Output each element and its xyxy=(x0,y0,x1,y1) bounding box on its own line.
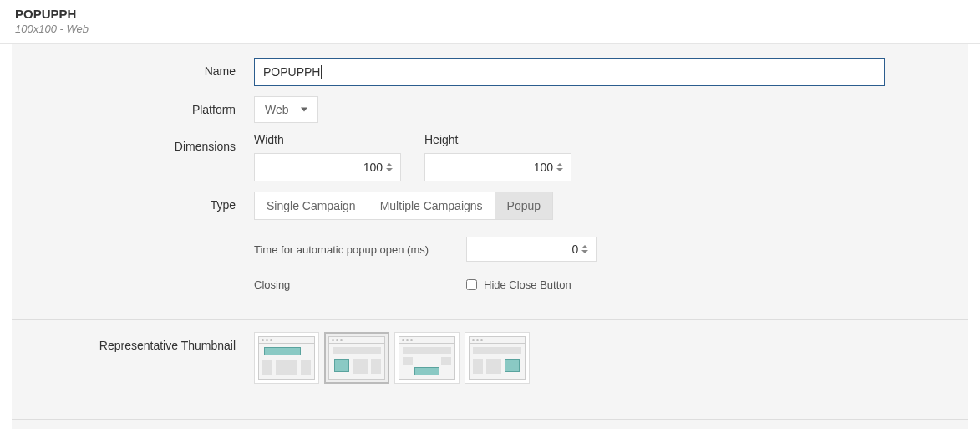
row-default-image: Default Image No image. Upload image xyxy=(12,420,968,429)
thumbnail-options xyxy=(254,332,885,384)
thumbnail-label: Representative Thumbnail xyxy=(12,332,254,384)
height-input-field[interactable] xyxy=(432,161,553,174)
page-title: POPUPPH xyxy=(15,7,965,21)
popup-time-field[interactable] xyxy=(474,243,578,256)
width-input[interactable] xyxy=(254,153,401,181)
row-thumbnail: Representative Thumbnail xyxy=(12,320,968,396)
platform-select-value: Web xyxy=(265,103,289,116)
thumbnail-option-2[interactable] xyxy=(324,332,389,384)
width-input-field[interactable] xyxy=(262,161,383,174)
thumbnail-option-3[interactable] xyxy=(394,332,460,384)
page-header: POPUPPH 100x100 - Web xyxy=(0,0,980,44)
type-option-multiple[interactable]: Multiple Campaigns xyxy=(368,192,495,220)
name-label: Name xyxy=(12,58,254,86)
height-label: Height xyxy=(424,133,571,146)
popup-time-input[interactable] xyxy=(466,237,597,262)
height-spinner[interactable] xyxy=(556,162,566,172)
height-input[interactable] xyxy=(424,153,571,181)
hide-close-checkbox[interactable] xyxy=(466,279,477,290)
dimensions-label: Dimensions xyxy=(12,133,254,181)
text-cursor xyxy=(321,65,322,79)
type-button-group: Single Campaign Multiple Campaigns Popup xyxy=(254,192,885,220)
name-input-value: POPUPPH xyxy=(263,65,320,79)
row-closing: Closing Hide Close Button xyxy=(254,278,885,291)
row-dimensions: Dimensions Width Height xyxy=(12,128,968,186)
type-option-single[interactable]: Single Campaign xyxy=(254,192,368,220)
type-option-popup[interactable]: Popup xyxy=(495,192,553,220)
popup-time-spinner[interactable] xyxy=(581,244,591,254)
chevron-down-icon xyxy=(301,108,307,112)
type-label: Type xyxy=(12,192,254,291)
platform-select[interactable]: Web xyxy=(254,96,318,123)
row-popup-time: Time for automatic popup open (ms) xyxy=(254,237,885,262)
form-panel: Name POPUPPH Platform Web Dimensions Wid… xyxy=(12,44,968,429)
row-type: Type Single Campaign Multiple Campaigns … xyxy=(12,186,968,296)
closing-label: Closing xyxy=(254,278,466,291)
row-platform: Platform Web xyxy=(12,91,968,128)
thumbnail-option-1[interactable] xyxy=(254,332,319,384)
width-label: Width xyxy=(254,133,401,146)
hide-close-checkbox-wrap[interactable]: Hide Close Button xyxy=(466,278,571,291)
name-input[interactable]: POPUPPH xyxy=(254,58,885,86)
page-subtitle: 100x100 - Web xyxy=(15,23,965,35)
hide-close-label: Hide Close Button xyxy=(484,278,571,291)
thumbnail-option-4[interactable] xyxy=(465,332,530,384)
row-name: Name POPUPPH xyxy=(12,53,968,91)
popup-time-label: Time for automatic popup open (ms) xyxy=(254,243,466,256)
platform-label: Platform xyxy=(12,96,254,123)
width-spinner[interactable] xyxy=(386,162,395,172)
